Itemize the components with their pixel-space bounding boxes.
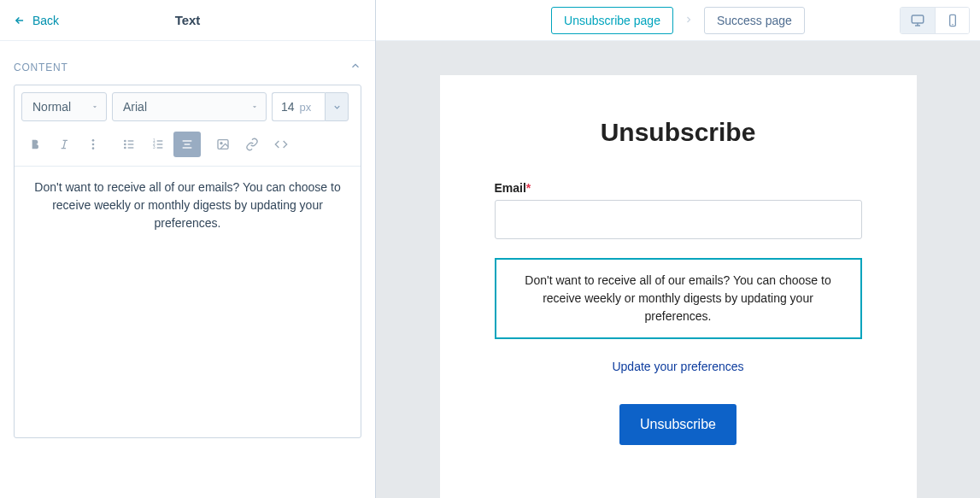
toolbar-actions: 123 xyxy=(15,128,361,166)
content-section-label: CONTENT xyxy=(14,62,68,73)
svg-point-5 xyxy=(125,144,126,144)
mobile-icon xyxy=(946,14,959,27)
insert-image-button[interactable] xyxy=(209,132,237,157)
italic-icon xyxy=(57,138,71,151)
numbered-list-icon: 123 xyxy=(151,138,165,151)
back-button[interactable]: Back xyxy=(14,14,59,27)
align-center-icon xyxy=(180,138,194,151)
more-vertical-icon xyxy=(86,138,100,151)
bold-icon xyxy=(28,138,42,151)
update-preferences-link[interactable]: Update your preferences xyxy=(612,360,743,373)
bullet-list-icon xyxy=(122,138,136,151)
svg-point-3 xyxy=(125,140,126,141)
code-icon xyxy=(274,138,288,151)
paragraph-style-value: Normal xyxy=(32,100,71,114)
preview-panel: Unsubscribe page Success page Unsubscrib… xyxy=(376,0,980,498)
sidebar-header: Back Text xyxy=(0,0,375,41)
svg-point-7 xyxy=(125,147,126,148)
desktop-preview-button[interactable] xyxy=(901,8,935,33)
image-icon xyxy=(216,138,230,151)
chevron-down-icon xyxy=(332,103,342,112)
submit-row: Unsubscribe xyxy=(495,404,862,445)
font-family-value: Arial xyxy=(123,100,147,114)
tab-unsubscribe-page[interactable]: Unsubscribe page xyxy=(551,7,673,34)
page-tabs-row: Unsubscribe page Success page xyxy=(376,0,980,41)
svg-point-2 xyxy=(92,147,95,149)
back-label: Back xyxy=(32,14,59,27)
unsubscribe-button[interactable]: Unsubscribe xyxy=(619,404,736,445)
tab-success-page[interactable]: Success page xyxy=(704,7,805,34)
svg-point-1 xyxy=(92,144,95,146)
email-input[interactable] xyxy=(495,200,862,239)
sidebar-title: Text xyxy=(175,13,201,27)
required-mark: * xyxy=(526,181,531,195)
text-editor: Normal Arial 14 px xyxy=(14,85,361,438)
email-field-row: Email* xyxy=(495,181,862,239)
font-size-input[interactable]: 14 px xyxy=(272,92,325,121)
font-family-select[interactable]: Arial xyxy=(112,92,267,121)
bold-button[interactable] xyxy=(21,132,49,157)
svg-rect-20 xyxy=(912,15,924,23)
font-size-control: 14 px xyxy=(272,92,349,121)
toolbar-formats: Normal Arial 14 px xyxy=(15,85,361,128)
mobile-preview-button[interactable] xyxy=(935,8,969,33)
insert-link-button[interactable] xyxy=(238,132,266,157)
preferences-link-row: Update your preferences xyxy=(495,360,862,373)
form-heading: Unsubscribe xyxy=(495,118,862,147)
selected-text-block[interactable]: Don't want to receive all of our emails?… xyxy=(495,258,862,339)
preview-canvas: Unsubscribe Email* Don't want to receive… xyxy=(376,41,980,498)
align-center-button[interactable] xyxy=(173,132,201,157)
content-section-header[interactable]: CONTENT xyxy=(0,41,375,85)
page-tabs: Unsubscribe page Success page xyxy=(551,7,805,34)
chevron-down-icon xyxy=(250,100,259,114)
italic-button[interactable] xyxy=(50,132,78,157)
form-preview-card: Unsubscribe Email* Don't want to receive… xyxy=(440,75,917,498)
more-text-options-button[interactable] xyxy=(79,132,107,157)
email-label-text: Email xyxy=(495,181,526,195)
editor-sidebar: Back Text CONTENT Normal Arial xyxy=(0,0,376,498)
svg-point-0 xyxy=(92,139,95,142)
email-field-label: Email* xyxy=(495,181,862,195)
svg-point-19 xyxy=(220,143,222,144)
device-preview-toggle xyxy=(900,7,970,34)
chevron-down-icon xyxy=(91,100,99,114)
bullet-list-button[interactable] xyxy=(115,132,143,157)
font-size-value: 14 xyxy=(281,100,295,114)
font-size-unit: px xyxy=(300,101,312,114)
svg-text:3: 3 xyxy=(153,145,156,149)
link-icon xyxy=(245,138,259,151)
chevron-up-icon xyxy=(349,60,361,74)
code-view-button[interactable] xyxy=(267,132,295,157)
editor-textarea[interactable]: Don't want to receive all of our emails?… xyxy=(15,166,361,437)
numbered-list-button[interactable]: 123 xyxy=(144,132,172,157)
desktop-icon xyxy=(910,13,925,28)
paragraph-style-select[interactable]: Normal xyxy=(21,92,107,121)
font-size-dropdown-button[interactable] xyxy=(325,92,349,121)
arrow-left-icon xyxy=(14,15,26,26)
chevron-right-icon xyxy=(684,14,694,27)
